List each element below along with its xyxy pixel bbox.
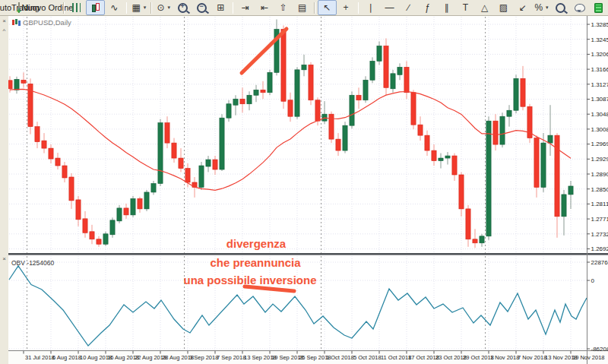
chart-shift-button[interactable]: ⇤ (255, 0, 274, 15)
candle-body (521, 78, 525, 106)
candle-body (493, 121, 498, 144)
annotation-text[interactable]: che preannuncia (210, 256, 301, 269)
candle-body (329, 114, 334, 139)
candle-body (404, 67, 409, 92)
auto-scroll-button[interactable]: ⇥ (236, 0, 255, 15)
candlestick-icon (91, 3, 100, 12)
candle-body (452, 156, 457, 175)
percent-icon: % (534, 3, 543, 12)
more-tools-button[interactable]: %▾ (532, 0, 551, 15)
templates-button[interactable]: ▦▾ (129, 0, 148, 15)
line-chart-button[interactable]: ∿ (105, 0, 124, 15)
clock-icon: ⊙ (157, 3, 164, 12)
arrow-object-button[interactable]: △ (475, 0, 494, 15)
date-axis-label: 7 Nov 2018 (518, 354, 546, 361)
new-order-button[interactable]: Nuovo Ordine (30, 0, 61, 15)
templates-icon: ▦ (131, 3, 140, 12)
candle-body (281, 29, 286, 101)
trendline-button[interactable]: ∕ (399, 0, 418, 15)
auto-scroll-icon: ⇥ (242, 3, 249, 12)
zoom-out-button[interactable] (192, 0, 211, 15)
text-icon: T (463, 3, 468, 12)
candle-body (336, 139, 340, 150)
chevron-down-icon: ▾ (144, 5, 147, 11)
price-axis-label: 1.28110 (591, 201, 608, 207)
candle-body (309, 65, 313, 100)
candle-body (42, 141, 46, 148)
candle-body (117, 208, 122, 221)
panel-separator[interactable] (8, 253, 608, 255)
bar-chart-button[interactable] (67, 0, 86, 15)
zoom-in-button[interactable] (173, 0, 192, 15)
search-button[interactable] (551, 0, 570, 15)
fibonacci-icon: ƒ (425, 3, 430, 12)
price-axis-label: 1.30085 (591, 126, 608, 133)
candle-body (131, 198, 135, 214)
candle-body (97, 239, 101, 244)
obv-indicator-label: OBV -1254060 (11, 259, 55, 267)
periods-button[interactable]: ⊙▾ (154, 0, 173, 15)
price-chart[interactable]: OBV -1254060divergenzache preannunciauna… (8, 16, 608, 364)
date-axis-label: 1 Oct 2018 (326, 354, 354, 361)
candle-body (514, 78, 518, 110)
price-axis-label: 1.27320 (591, 231, 608, 238)
vertical-line-button[interactable]: ∣ (361, 0, 380, 15)
connection-status[interactable] (589, 0, 608, 15)
text-button[interactable]: T (456, 0, 475, 15)
zoom-out-icon (197, 3, 207, 13)
candle-body (158, 123, 163, 184)
close-panel-button[interactable]: × (1, 17, 8, 25)
collapse-panel-button[interactable]: ^ (1, 27, 8, 35)
candle-body (541, 143, 546, 187)
shift-end-button[interactable]: ⇧ (274, 0, 293, 15)
trendline-icon: ∕ (407, 3, 409, 12)
arrows-button[interactable]: ↙ (513, 0, 532, 15)
crosshair-icon: + (344, 3, 349, 12)
toolbar-separator (126, 2, 127, 14)
candle-body (21, 80, 26, 83)
tile-windows-button[interactable]: ⊞ (211, 0, 230, 15)
new-order-icon (18, 2, 20, 13)
close-indicator-button[interactable]: × (1, 255, 8, 263)
connection-icon (594, 3, 603, 13)
candle-body (397, 67, 402, 74)
data-window-button[interactable]: ▤ (293, 0, 312, 15)
candlestick-chart-button[interactable] (86, 0, 105, 15)
candle-body (110, 220, 115, 235)
candle-body (233, 99, 238, 105)
candle-body (439, 158, 443, 160)
candle-body (425, 135, 429, 150)
shift-end-icon: ⇧ (280, 3, 287, 12)
fibonacci-button[interactable]: ƒ (418, 0, 437, 15)
candle-body (103, 234, 108, 244)
annotation-text[interactable]: divergenza (226, 237, 287, 250)
price-axis-label: 1.28505 (591, 186, 608, 193)
candle-body (8, 81, 12, 89)
chat-button[interactable] (570, 0, 589, 15)
candle-body (172, 143, 176, 158)
price-axis-label: 1.30480 (591, 111, 608, 118)
candle-body (247, 95, 252, 103)
mt4-window: AutoTradingNuovo Ordine∿▦▾⊙▾⊞⇥⇤⇧▤↖+∣—∕ƒ∥… (0, 0, 608, 364)
shapes-button[interactable]: ▨ (494, 0, 513, 15)
toolbar-separator (150, 2, 151, 14)
candle-body (486, 121, 491, 236)
toolbar-separator (233, 2, 233, 14)
candle-body (295, 70, 299, 116)
price-axis-label: 1.31665 (591, 66, 608, 73)
candle-body (315, 100, 320, 121)
cursor-button[interactable]: ↖ (318, 0, 337, 15)
triangle-icon: △ (481, 3, 488, 12)
vertical-line-icon: ∣ (369, 3, 373, 12)
crosshair-button[interactable]: + (337, 0, 356, 15)
candle-body (69, 177, 74, 201)
horizontal-line-button[interactable]: — (380, 0, 399, 15)
candle-body (151, 183, 156, 191)
channel-button[interactable]: ∥ (437, 0, 456, 15)
arrows-icon: ↙ (518, 3, 526, 12)
date-axis-label: 1 Nov 2018 (490, 354, 519, 361)
candle-body (302, 65, 306, 69)
annotation-text[interactable]: una possibile inversione (183, 274, 316, 286)
line-chart-icon: ∿ (110, 3, 118, 12)
candle-body (124, 208, 128, 215)
